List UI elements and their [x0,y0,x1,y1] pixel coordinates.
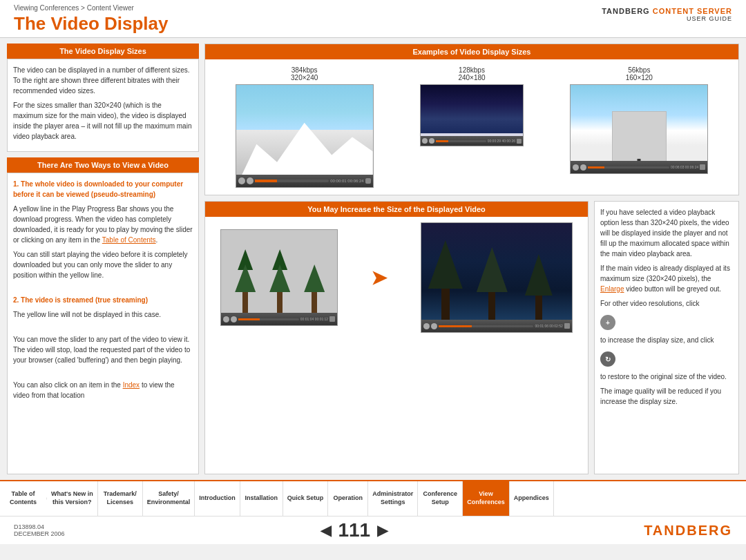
tab-operation[interactable]: Operation [328,481,368,516]
page-number-area: ◀ 111 ▶ [321,519,388,541]
tab-installation[interactable]: Installation [240,481,283,516]
restore-btn-area: ↻ [600,349,733,369]
tab-table-of-contents[interactable]: Table ofContents [0,481,47,516]
header-left: Viewing Conferences > Content Viewer The… [14,4,168,35]
progress-enlarge[interactable] [238,318,299,320]
tab-conf-setup-label: ConferenceSetup [423,490,457,506]
crown-d2 [477,247,508,292]
increase-size-button[interactable]: + [600,315,615,330]
item2-para1: The yellow line will not be displayed in… [13,309,193,320]
volume-btn[interactable] [365,178,371,184]
progress-bar[interactable] [255,180,329,182]
tree-2 [269,249,290,313]
player-bar-large: 00:01:06 00:02:52 [421,320,572,332]
stop-enlarge[interactable] [231,316,237,322]
tab-view-conferences[interactable]: ViewConferences [463,481,510,516]
tab-introduction[interactable]: Introduction [195,481,240,516]
stop-btn[interactable] [247,177,254,184]
info-text5: to increase the display size, and click [600,335,733,345]
time-3: 00:06:03 00:06:24 [671,165,698,169]
video-frame-large: 00:00:01 00:06:24 [236,84,374,188]
video-example-2: 128kbps 240×180 00:0 [420,66,524,188]
bottom-nav: Table ofContents What's New inthis Versi… [0,480,746,516]
examples-section: Examples of Video Display Sizes 384kbps … [204,44,739,195]
video-example-3: 56kbps 160×120 [570,66,708,188]
increase-btn-area: + [600,313,733,332]
tab-introduction-label: Introduction [199,494,236,503]
main-content: The Video Display Sizes The video can be… [0,38,746,480]
header: Viewing Conferences > Content Viewer The… [0,0,746,38]
tab-whats-new[interactable]: What's New inthis Version? [47,481,98,516]
vol-2[interactable] [517,139,522,144]
fill-enlarge [238,318,260,320]
time-large: 00:01:06 00:02:52 [535,324,562,328]
next-page-button[interactable]: ▶ [377,522,388,539]
stop-btn-3[interactable] [580,164,586,171]
tab-safety[interactable]: Safety/Environmental [143,481,195,516]
tree-trunk3 [312,292,317,313]
enlarge-link[interactable]: Enlarge [600,285,624,293]
tab-view-conf-label: ViewConferences [467,490,505,506]
toc-link[interactable]: Table of Contents [102,236,156,244]
left-column: The Video Display Sizes The video can be… [7,44,199,474]
tab-quick-setup[interactable]: Quick Setup [283,481,329,516]
restore-size-button[interactable]: ↻ [600,351,615,367]
page-number: 111 [338,519,370,541]
item2-para2: You can move the slider to any part of t… [13,334,193,365]
small-video-enlarge: 00:01:04 00:01:12 [220,229,338,326]
vol-large[interactable] [564,323,570,329]
section1-para1: The video can be displayed in a number o… [13,65,193,96]
tab-trademark-label: Trademark/Licenses [104,490,137,506]
tab-trademark[interactable]: Trademark/Licenses [98,481,143,516]
doc-date: DECEMBER 2006 [14,530,65,537]
index-link[interactable]: Index [123,381,140,389]
progress-3[interactable] [588,166,669,168]
crown-d3 [525,254,553,296]
brand-guide: USER GUIDE [602,15,732,22]
info-text6: to restore to the original size of the v… [600,371,733,382]
player-bar-3: 00:06:03 00:06:24 [571,161,707,173]
play-btn[interactable] [238,177,245,184]
info-text2: If the main video is already displayed a… [600,263,733,294]
tree-1 [235,249,256,313]
brand-area: TANDBERG CONTENT SERVER USER GUIDE [602,4,732,22]
video2-label: 128kbps 240×180 [458,66,485,81]
tree-dark-1 [428,240,463,320]
progress-2[interactable] [436,140,486,142]
tree-trunk2 [277,292,283,313]
progress-large[interactable] [439,325,534,327]
trunk-d1 [441,289,450,320]
tab-quick-setup-label: Quick Setup [287,494,324,503]
vol-3[interactable] [700,164,705,170]
info-text1: If you have selected a video playback op… [600,207,733,259]
prev-page-button[interactable]: ◀ [321,522,331,539]
brand-name: TANDBERG CONTENT SERVER [602,7,732,15]
enlarge-section: You May Increase the Size of the Display… [204,201,589,474]
video-frame-medium: 00:00:29 40:00:26 [420,84,524,146]
tab-admin-settings[interactable]: AdministratorSettings [368,481,418,516]
video-example-1: 384kbps 320×240 00:00:01 00:06:24 [236,66,374,188]
item1-label: 1. The whole video is downloaded to your… [13,179,193,200]
player-bar-2: 00:00:29 40:00:26 [421,136,523,146]
page-footer: D13898.04 DECEMBER 2006 ◀ 111 ▶ TANDBERG [0,516,746,544]
trunk-d2 [488,292,495,320]
vol-enlarge[interactable] [329,316,335,322]
enlarged-scene [421,223,572,320]
tab-toc-label: Table ofContents [10,490,37,506]
play-large[interactable] [423,323,430,329]
video1-label: 384kbps 320×240 [291,66,318,81]
crown-d1 [428,240,463,289]
time-enlarge: 00:01:04 00:01:12 [300,317,328,321]
play-btn-2[interactable] [422,138,428,144]
play-enlarge[interactable] [223,316,229,322]
examples-header: Examples of Video Display Sizes [205,44,738,59]
section1-header: The Video Display Sizes [7,44,199,59]
play-btn-3[interactable] [573,164,579,171]
time-2: 00:00:29 40:00:26 [488,139,515,143]
stop-large[interactable] [431,323,437,329]
doc-id: D13898.04 [14,523,65,530]
section2-text: 1. The whole video is downloaded to your… [7,173,199,474]
tab-appendices[interactable]: Appendices [510,481,554,516]
stop-btn-2[interactable] [429,138,434,144]
tab-conference-setup[interactable]: ConferenceSetup [418,481,463,516]
